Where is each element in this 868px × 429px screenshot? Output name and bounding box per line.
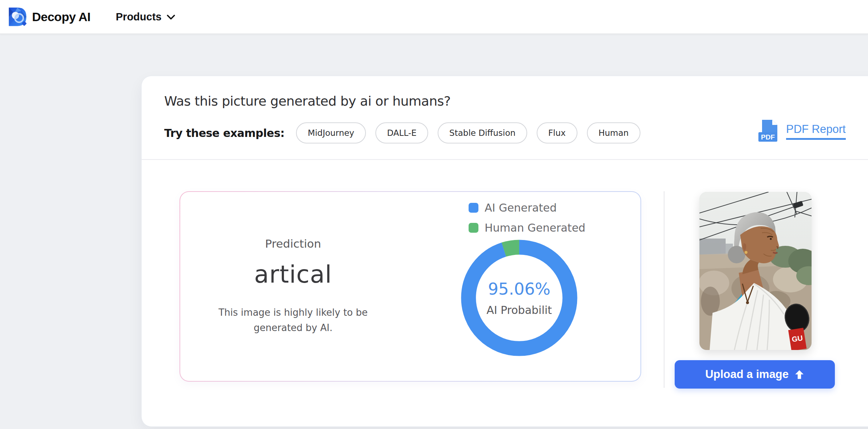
nav-products[interactable]: Products xyxy=(116,0,176,34)
brand-logo-link[interactable]: Decopy AI xyxy=(7,0,91,34)
chart-legend: AI Generated Human Generated xyxy=(469,201,592,234)
pdf-icon-text: PDF xyxy=(761,133,775,141)
example-pill-human[interactable]: Human xyxy=(587,122,640,143)
example-pill-stable-diffusion[interactable]: Stable Diffusion xyxy=(438,122,527,143)
probability-chart: AI Generated Human Generated 95.06% AI P… xyxy=(461,201,592,357)
navbar: Decopy AI Products xyxy=(0,0,868,34)
donut-chart: 95.06% AI Probabilit xyxy=(461,239,578,357)
examples-row: Try these examples: MidJourney DALL-E St… xyxy=(164,123,640,143)
photo-earring xyxy=(745,251,747,254)
page: Decopy AI Products Was this picture gene… xyxy=(0,0,868,429)
pdf-report-link[interactable]: PDF PDF Report xyxy=(758,119,846,143)
page-title: Was this picture generated by ai or huma… xyxy=(164,94,451,109)
upload-button-label: Upload a image xyxy=(705,368,789,381)
legend-swatch-human xyxy=(469,223,478,233)
ai-probability-label: AI Probabilit xyxy=(486,304,552,316)
card-divider xyxy=(142,159,868,160)
legend-item-ai: AI Generated xyxy=(469,201,592,214)
nav-products-label: Products xyxy=(116,11,162,23)
brand-name: Decopy AI xyxy=(32,10,91,24)
legend-label-ai: AI Generated xyxy=(485,201,557,214)
donut-center-text: 95.06% AI Probabilit xyxy=(461,239,578,357)
detector-card: Was this picture generated by ai or huma… xyxy=(141,76,868,427)
ai-probability-value: 95.06% xyxy=(488,279,551,299)
prediction-label: Prediction xyxy=(265,237,321,250)
examples-label: Try these examples: xyxy=(164,127,284,139)
legend-swatch-ai xyxy=(469,203,478,213)
vertical-divider xyxy=(664,191,664,388)
legend-label-human: Human Generated xyxy=(485,221,585,234)
example-photo[interactable]: GU xyxy=(699,192,812,350)
legend-item-human: Human Generated xyxy=(469,221,592,234)
example-pill-midjourney[interactable]: MidJourney xyxy=(296,122,366,143)
mic-label: GU xyxy=(791,334,803,343)
pdf-report-label: PDF Report xyxy=(786,123,846,140)
example-pill-flux[interactable]: Flux xyxy=(537,122,577,143)
chevron-down-icon xyxy=(166,12,176,22)
example-pill-dalle[interactable]: DALL-E xyxy=(375,122,428,143)
decopy-logo-icon xyxy=(7,6,28,27)
prediction-block: Prediction artical This image is highly … xyxy=(180,192,406,381)
prediction-description: This image is highly likely to be genera… xyxy=(202,305,384,335)
upload-arrow-icon xyxy=(794,370,804,379)
upload-image-button[interactable]: Upload a image xyxy=(675,360,835,389)
result-panel: Prediction artical This image is highly … xyxy=(179,191,641,382)
pdf-file-icon: PDF xyxy=(758,119,780,143)
prediction-value: artical xyxy=(254,260,332,288)
